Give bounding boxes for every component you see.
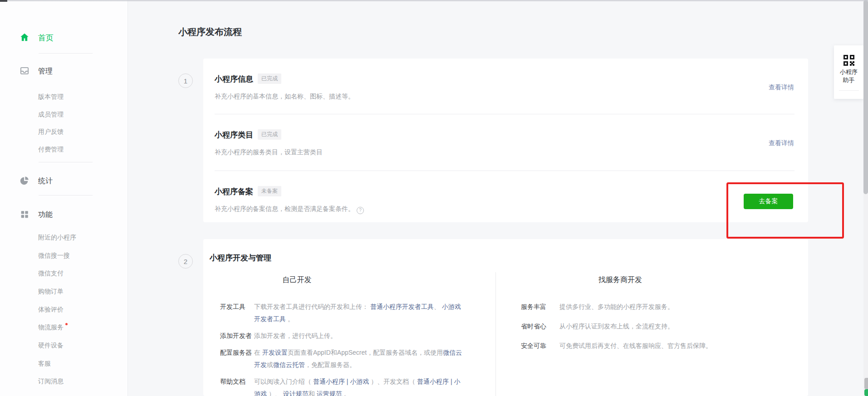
inline-link[interactable]: 微信云托管	[273, 361, 305, 368]
inline-text: 可免费试用后再支付、在线客服响应、官方售后保障。	[559, 342, 712, 349]
view-details-link[interactable]: 查看详情	[769, 139, 794, 147]
sidebar-divider	[39, 53, 93, 54]
status-badge: 已完成	[258, 73, 281, 84]
inline-text: 提供多行业、多功能的小程序开发服务。	[559, 303, 674, 310]
inbox-icon	[20, 66, 29, 76]
sidebar-group-label: 统计	[38, 176, 53, 186]
section-mini-program-info: 小程序信息已完成补充小程序的基本信息，如名称、图标、描述等。查看详情	[203, 59, 808, 114]
inline-link[interactable]: |	[345, 378, 350, 385]
sidebar-item-wechat-pay[interactable]: 微信支付	[0, 269, 128, 280]
inline-link[interactable]: 普通小程序	[417, 378, 449, 385]
step-1-circle: 1	[178, 73, 193, 88]
row-label: 安全可靠	[521, 340, 559, 352]
go-file-icp-button[interactable]: 去备案	[744, 194, 793, 209]
column-self-develop: 自己开发开发工具下载开发者工具进行代码的开发和上传： 普通小程序开发者工具、 小…	[203, 272, 496, 396]
question-circle-icon[interactable]: ?	[357, 207, 364, 214]
row-label: 配置服务器	[220, 347, 254, 371]
sidebar-item-label: 用户反馈	[38, 127, 64, 136]
row-description: 下载开发者工具进行代码的开发和上传： 普通小程序开发者工具、 小游戏开发者工具 …	[254, 301, 463, 325]
sidebar-item-label: 付费管理	[38, 145, 64, 154]
section-title: 小程序备案	[215, 186, 253, 197]
section-description: 补充小程序的备案信息，检测是否满足备案条件。?	[215, 205, 794, 214]
mini-program-assistant-widget[interactable]: 小程序 助手	[834, 45, 863, 99]
sidebar-group-statistics[interactable]: 统计	[0, 175, 128, 187]
grid-icon	[20, 209, 29, 219]
section-title: 小程序信息	[215, 74, 253, 85]
sidebar-item-nearby-mini-programs[interactable]: 附近的小程序	[0, 233, 128, 244]
info-row: 服务丰富提供多行业、多功能的小程序开发服务。	[496, 301, 808, 313]
qr-code-icon	[843, 54, 855, 66]
inline-link[interactable]: 普通小程序	[313, 378, 345, 385]
row-label: 开发工具	[220, 301, 254, 325]
row-description: 在 开发设置页面查看AppID和AppSecret，配置服务器域名，或使用微信云…	[254, 347, 463, 371]
sidebar-item-label: 体验评价	[38, 305, 64, 314]
top-shadow	[0, 0, 868, 2]
sidebar-item-subscription-messages[interactable]: 订阅消息	[0, 376, 128, 388]
sidebar-item-wechat-search[interactable]: 微信搜一搜	[0, 251, 128, 263]
inline-text: 。	[342, 390, 350, 396]
step-2-circle: 2	[178, 254, 193, 269]
sidebar-item-shopping-orders[interactable]: 购物订单	[0, 287, 128, 298]
inline-link[interactable]: 设计规范	[283, 390, 309, 396]
inline-text: 页面查看AppID和AppSecret，配置服务器域名，或使用	[288, 349, 443, 356]
inline-text: 添加开发者，进行代码上传。	[254, 332, 337, 339]
sidebar-item-label: 成员管理	[38, 110, 64, 119]
info-row: 开发工具下载开发者工具进行代码的开发和上传： 普通小程序开发者工具、 小游戏开发…	[203, 301, 495, 325]
inline-text: 和	[309, 390, 317, 396]
section-description: 补充小程序的服务类目，设置主营类目	[215, 148, 794, 156]
sidebar-item-logistics-service[interactable]: 物流服务	[0, 323, 128, 334]
column-header: 自己开发	[203, 272, 495, 285]
row-description: 可以阅读入门介绍（ 普通小程序 | 小游戏 ）、开发文档（ 普通小程序 | 小游…	[254, 376, 463, 396]
pie-chart-icon	[20, 176, 29, 186]
inline-link[interactable]: |	[449, 378, 454, 385]
inline-link[interactable]: 运营规范	[317, 390, 342, 396]
sidebar-item-user-feedback[interactable]: 用户反馈	[0, 127, 128, 139]
sidebar-item-paid-management[interactable]: 付费管理	[0, 145, 128, 156]
edge-widget-gray-fragment[interactable]	[864, 378, 868, 389]
sidebar-item-experience-evaluation[interactable]: 体验评价	[0, 305, 128, 317]
sidebar-item-home[interactable]: 首页	[0, 32, 128, 44]
sidebar-item-version-management[interactable]: 版本管理	[0, 92, 128, 104]
scrollbar-thumb[interactable]	[863, 0, 868, 194]
step-2-title: 小程序开发与管理	[210, 253, 271, 263]
sidebar-item-label: 客服	[38, 359, 51, 368]
info-row: 安全可靠可免费试用后再支付、在线客服响应、官方售后保障。	[496, 340, 808, 352]
info-row: 添加开发者添加开发者，进行代码上传。	[203, 330, 495, 342]
row-description: 从小程序认证到发布上线，全流程支持。	[559, 320, 674, 332]
inline-text: 或	[267, 361, 273, 368]
sidebar-group-manage[interactable]: 管理	[0, 65, 128, 77]
sidebar-item-customer-service[interactable]: 客服	[0, 359, 128, 371]
sidebar-group-features[interactable]: 功能	[0, 209, 128, 220]
row-description: 提供多行业、多功能的小程序开发服务。	[559, 301, 674, 313]
section-mini-program-icp-filing: 小程序备案未备案补充小程序的备案信息，检测是否满足备案条件。?去备案	[203, 171, 808, 222]
inline-link[interactable]: 开发设置	[262, 349, 288, 356]
sidebar-item-label: 物流服务	[38, 323, 68, 332]
sidebar-group-label: 管理	[38, 67, 53, 76]
sidebar-item-label: 硬件设备	[38, 341, 64, 350]
inline-link[interactable]: 普通小程序开发者工具	[370, 303, 434, 310]
sidebar-item-label: 微信搜一搜	[38, 251, 70, 260]
row-description: 添加开发者，进行代码上传。	[254, 330, 463, 342]
inline-text: 下载开发者工具进行代码的开发和上传：	[254, 303, 370, 310]
view-details-link[interactable]: 查看详情	[769, 83, 794, 92]
assistant-label-line2: 助手	[834, 76, 863, 84]
sidebar-item-label: 首页	[38, 33, 54, 43]
sidebar-item-member-management[interactable]: 成员管理	[0, 110, 128, 122]
sidebar-item-label: 附近的小程序	[38, 233, 76, 242]
inline-text: 从小程序认证到发布上线，全流程支持。	[559, 323, 674, 330]
sidebar-item-hardware-devices[interactable]: 硬件设备	[0, 341, 128, 352]
column-find-service-provider: 找服务商开发服务丰富提供多行业、多功能的小程序开发服务。省时省心从小程序认证到发…	[496, 272, 808, 396]
section-description: 补充小程序的基本信息，如名称、图标、描述等。	[215, 92, 794, 100]
section-mini-program-category: 小程序类目已完成补充小程序的服务类目，设置主营类目查看详情	[203, 114, 808, 171]
inline-text: ）、开发文档（	[369, 378, 417, 385]
scrollbar-track[interactable]	[863, 0, 868, 396]
column-rows: 服务丰富提供多行业、多功能的小程序开发服务。省时省心从小程序认证到发布上线，全流…	[496, 301, 808, 352]
row-label: 服务丰富	[521, 301, 559, 313]
sidebar-item-label: 购物订单	[38, 287, 64, 296]
column-rows: 开发工具下载开发者工具进行代码的开发和上传： 普通小程序开发者工具、 小游戏开发…	[203, 301, 495, 396]
info-row: 帮助文档可以阅读入门介绍（ 普通小程序 | 小游戏 ）、开发文档（ 普通小程序 …	[203, 376, 495, 396]
row-label: 添加开发者	[220, 330, 254, 342]
edge-widget-green-fragment[interactable]	[864, 389, 868, 396]
top-corner-mark	[0, 0, 7, 2]
inline-link[interactable]: 小游戏	[350, 378, 369, 385]
